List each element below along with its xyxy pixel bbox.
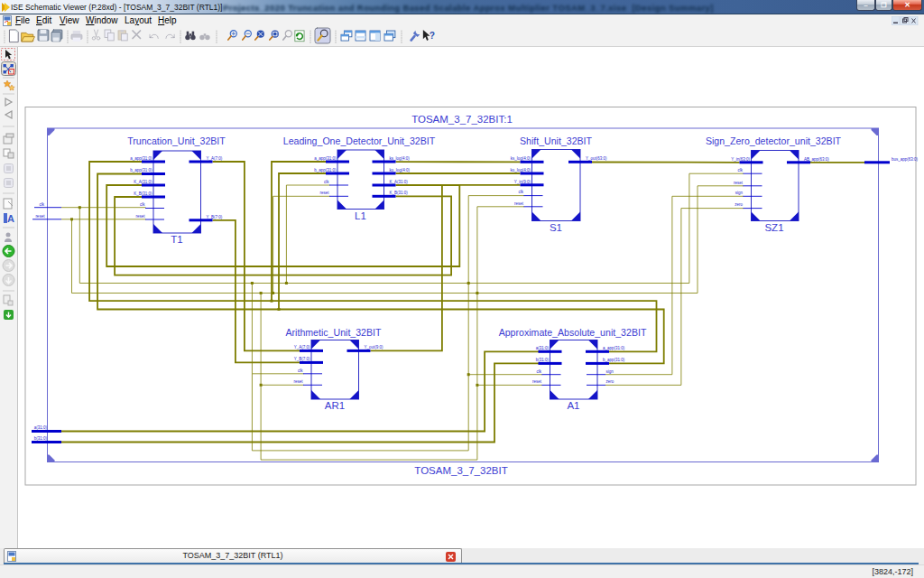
svg-text:K_A(31:0): K_A(31:0) xyxy=(390,180,409,184)
svg-text:K_B(31:0): K_B(31:0) xyxy=(390,191,409,195)
svg-text:reset: reset xyxy=(293,379,303,384)
svg-text:bus_app(63:0): bus_app(63:0) xyxy=(892,157,919,162)
svg-text:clk: clk xyxy=(537,369,542,374)
svg-text:a_app(31:0): a_app(31:0) xyxy=(130,156,152,161)
svg-text:Y_out(63:0): Y_out(63:0) xyxy=(586,156,607,161)
svg-text:AR1: AR1 xyxy=(325,400,345,411)
svg-text:b_app(31:0): b_app(31:0) xyxy=(603,358,625,362)
svg-text:b_app(31:0): b_app(31:0) xyxy=(130,168,152,172)
svg-text:TOSAM_3_7_32BIT: TOSAM_3_7_32BIT xyxy=(414,465,507,476)
svg-text:?: ? xyxy=(430,31,435,41)
svg-text:L1: L1 xyxy=(355,210,366,221)
svg-text:S1: S1 xyxy=(550,222,562,233)
svg-text:zero: zero xyxy=(606,379,614,384)
svg-text:Y_in(63:0): Y_in(63:0) xyxy=(731,157,750,162)
svg-text:a(31:0): a(31:0) xyxy=(536,346,550,350)
svg-text:Truncation_Unit_32BIT: Truncation_Unit_32BIT xyxy=(127,135,226,146)
svg-text:b_app(31:0): b_app(31:0) xyxy=(314,168,337,172)
svg-text:reset: reset xyxy=(514,201,524,206)
svg-text:zero: zero xyxy=(735,202,743,207)
svg-text:a_app(31:0): a_app(31:0) xyxy=(314,156,337,161)
svg-text:reset: reset xyxy=(135,214,145,219)
svg-text:AB_app(63:0): AB_app(63:0) xyxy=(804,157,829,162)
svg-text:Leading_One_Detector_Unit_32BI: Leading_One_Detector_Unit_32BIT xyxy=(283,135,436,146)
svg-text:clk: clk xyxy=(298,368,303,373)
svg-text:ks_log(4:0): ks_log(4:0) xyxy=(390,156,411,161)
svg-text:Arithmetic_Unit_32BIT: Arithmetic_Unit_32BIT xyxy=(286,327,383,338)
svg-text:Y_out(9:0): Y_out(9:0) xyxy=(365,345,384,350)
svg-text:b(31:0): b(31:0) xyxy=(536,358,550,362)
svg-text:clk: clk xyxy=(519,190,524,194)
svg-text:a_app(31:0): a_app(31:0) xyxy=(603,346,625,350)
svg-text:sign: sign xyxy=(606,369,614,374)
svg-text:b(31:0): b(31:0) xyxy=(34,436,48,441)
svg-text:reset: reset xyxy=(319,191,329,195)
svg-text:clk: clk xyxy=(140,202,145,207)
svg-text:K_A(31:0): K_A(31:0) xyxy=(134,180,152,184)
svg-text:ks_log(4:0): ks_log(4:0) xyxy=(511,156,531,161)
svg-text:Y_in(9:0): Y_in(9:0) xyxy=(514,180,531,184)
svg-text:T1: T1 xyxy=(171,234,182,245)
svg-text:Y_B(7:0): Y_B(7:0) xyxy=(294,357,310,361)
svg-text:A1: A1 xyxy=(567,400,579,411)
svg-text:A: A xyxy=(7,213,14,224)
svg-text:Y_A(7:0): Y_A(7:0) xyxy=(294,345,310,350)
svg-text:ko_log(4:0): ko_log(4:0) xyxy=(510,168,531,172)
svg-text:sign: sign xyxy=(735,191,744,195)
svg-text:Shift_Unit_32BIT: Shift_Unit_32BIT xyxy=(520,135,593,146)
svg-text:reset: reset xyxy=(734,181,744,185)
svg-text:clk: clk xyxy=(324,180,329,184)
svg-text:K_B(31:0): K_B(31:0) xyxy=(134,191,152,196)
svg-text:clk: clk xyxy=(40,202,45,207)
svg-text:reset: reset xyxy=(35,214,45,219)
svg-text:a(31:0): a(31:0) xyxy=(34,425,48,430)
svg-text:reset: reset xyxy=(532,379,542,384)
svg-text:Sign_Zero_detector_unit_32BIT: Sign_Zero_detector_unit_32BIT xyxy=(706,135,842,146)
svg-text:clk: clk xyxy=(738,168,744,172)
svg-text:SZ1: SZ1 xyxy=(764,222,783,233)
svg-text:TOSAM_3_7_32BIT:1: TOSAM_3_7_32BIT:1 xyxy=(411,114,513,125)
svg-text:Approximate_Absolute_unit_32BI: Approximate_Absolute_unit_32BIT xyxy=(499,327,647,338)
svg-text:Y_A(7:0): Y_A(7:0) xyxy=(207,156,223,161)
svg-text:Y_B(7:0): Y_B(7:0) xyxy=(207,215,223,219)
svg-text:ko_log(4:0): ko_log(4:0) xyxy=(390,168,411,172)
